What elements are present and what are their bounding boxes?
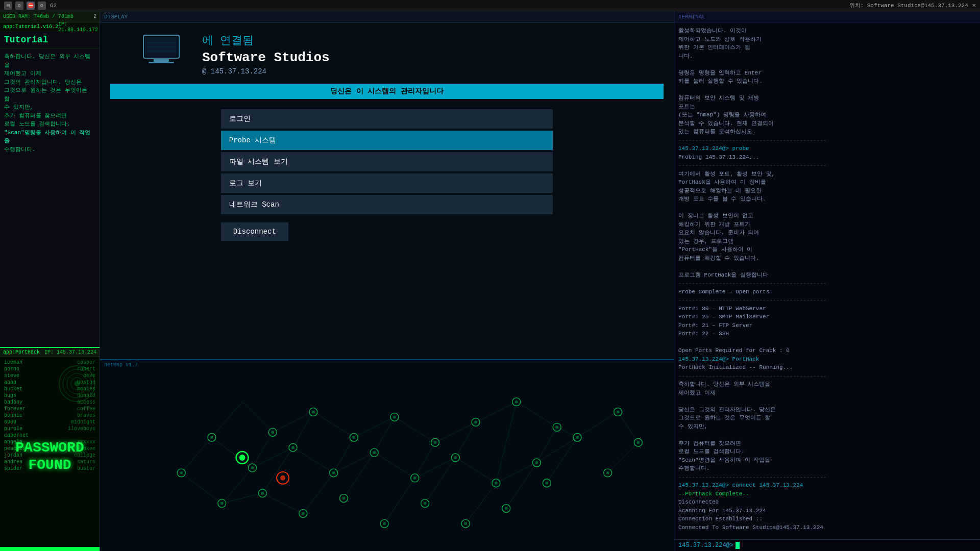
svg-point-108 [383,522,386,525]
svg-point-94 [576,436,579,439]
svg-line-51 [506,463,537,509]
disconnect-button[interactable]: Disconnect [221,222,288,241]
tutorial-text: 축하합니다. 당신은 외부 시스템을제어했고 이제그것의 관리자입니다. 당신은… [0,48,100,347]
term-scan-4: 수행합니다. [678,464,976,473]
pwd-row-8: bonniebraves [0,412,100,419]
svg-point-68 [434,441,437,444]
terminal-prompt-label: 145.37.13.224@> [678,542,733,549]
ram-count: 2 [93,14,96,19]
svg-line-15 [354,417,395,437]
term-nosec-6: 컴퓨터를 해킹할 수 있습니다. [678,254,976,263]
probe-button[interactable]: Probe 시스템 [221,131,553,150]
center-panel: DISPLAY 에 연결됨 Software Studios [100,11,674,551]
window-icon-1[interactable]: ⊞ [4,2,12,10]
login-button[interactable]: 로그인 [221,109,553,129]
svg-point-88 [454,456,457,459]
svg-line-16 [395,417,435,442]
svg-line-29 [536,437,577,463]
term-line-0: 활성화되었습니다. 이것이 [678,27,976,35]
term-congrats-2: 제어했고 이제 [678,389,976,397]
svg-point-74 [555,425,558,429]
term-line-3: 니다. [678,52,976,61]
fingerprint-icon [57,363,97,404]
svg-point-100 [220,502,224,505]
term-sep-2: ----------------------------------------… [678,161,976,170]
term-line-9: 포트는 [678,103,976,111]
term-port-21: Port#: 21 – FTP Server [678,321,976,330]
window-icon-4[interactable]: ⚙ [38,2,46,10]
svg-line-40 [181,437,212,473]
ram-label: USED RAM: 746mb / 761mb [3,14,74,19]
svg-line-48 [384,478,415,524]
term-sep-5: ----------------------------------------… [678,372,976,381]
svg-point-64 [352,436,355,439]
term-porthack-1: PortHack을 사용하여 이 장비를 [678,178,976,187]
term-openports: Open Ports Required for Crack : 0 [678,346,976,355]
svg-line-30 [577,412,618,438]
term-probe-complete: Probe Complete – Open ports: [678,288,976,296]
term-port-80: Port#: 80 – HTTP WebServer [678,305,976,313]
svg-line-43 [262,493,303,514]
svg-line-28 [496,463,537,483]
svg-point-116 [545,482,548,485]
computer-icon [141,33,182,63]
system-ip: @ 145.37.13.224 [202,67,330,76]
terminal-panel: TERMINAL 활성화되었습니다. 이것이 제어하고 노드와 상호 작용하기 … [674,11,980,551]
svg-line-36 [455,422,476,458]
svg-line-20 [212,402,242,438]
term-disconnected: Disconnected [678,498,976,507]
network-scan-button[interactable]: 네트워크 Scan [221,195,553,214]
term-port-25: Port#: 25 – SMTP MailServer [678,313,976,321]
svg-line-39 [557,427,577,437]
porthack-section: app:PortHack IP: 145.37.13.224 icemancas… [0,347,100,551]
svg-line-31 [252,432,273,468]
term-admin-1: 당신은 그것의 관리자입니다. 당신은 [678,406,976,414]
svg-line-49 [425,458,456,504]
svg-point-102 [261,492,264,495]
porthack-app-name: app:PortHack [3,349,40,355]
svg-point-72 [515,400,518,404]
svg-point-82 [332,471,335,474]
svg-line-25 [374,453,415,478]
svg-line-12 [242,402,273,433]
term-port-22: Port#: 22 – SSH [678,330,976,338]
svg-point-120 [606,471,609,474]
svg-point-106 [342,497,345,500]
close-icon[interactable]: ✕ [972,2,976,9]
top-bar: ⊞ ⚙ ⛔ ⚙ 62 위치: Software Studios@145.37.1… [0,0,980,11]
svg-line-23 [293,447,334,473]
svg-line-26 [415,458,456,478]
svg-point-84 [373,451,376,454]
svg-point-98 [180,471,183,474]
terminal-header: TERMINAL [674,11,980,22]
window-icon-3[interactable]: ⛔ [27,2,35,10]
pwd-row-11: cabernet [0,432,100,439]
term-porthack-2: 성공적으로 해킹하는 데 필요한 [678,187,976,195]
filesystem-button[interactable]: 파일 시스템 보기 [221,152,553,171]
term-line-5: 명령은 명령을 입력하고 Enter [678,69,976,78]
term-conn-established: Connection Established :: [678,515,976,523]
left-panel: USED RAM: 746mb / 761mb 2 app:Tutorial.v… [0,11,100,551]
svg-point-62 [312,411,315,414]
term-line-10: (또는 "nmap") 명령을 사용하여 [678,111,976,119]
terminal-content[interactable]: 활성화되었습니다. 이것이 제어하고 노드와 상호 작용하기 위한 기본 인터페… [674,22,980,539]
window-icon-2[interactable]: ⚙ [15,2,23,10]
svg-line-38 [536,427,557,463]
term-sep-4: ----------------------------------------… [678,296,976,305]
terminal-cursor [736,542,740,549]
term-sep-6: ----------------------------------------… [678,473,976,482]
netmap-canvas[interactable] [100,370,674,550]
svg-line-24 [334,453,375,473]
top-counter: 62 [50,3,57,9]
svg-line-37 [496,402,517,483]
svg-point-58 [280,475,285,481]
term-admin-3: 수 있지만, [678,422,976,431]
logs-button[interactable]: 로그 보기 [221,173,553,193]
top-icons: ⊞ ⚙ ⛔ ⚙ [4,2,46,10]
term-congrats-1: 축하합니다. 당신은 외부 시스템을 [678,380,976,389]
term-connected-to: Connected To Software Studios@145.37.13.… [678,523,976,532]
svg-point-118 [636,441,640,444]
terminal-input-line[interactable]: 145.37.13.224@> [674,539,980,551]
main-layout: USED RAM: 746mb / 761mb 2 app:Tutorial.v… [0,11,980,551]
tutorial-title: Tutorial [0,32,100,48]
